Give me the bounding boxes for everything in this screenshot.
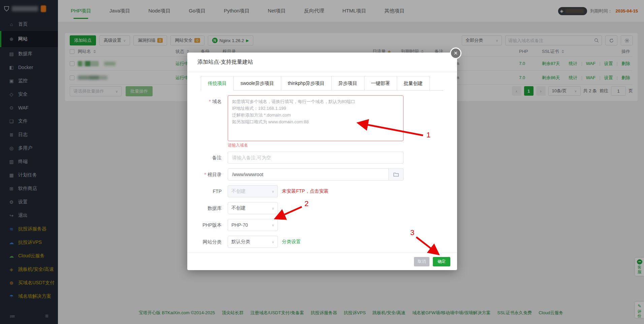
app-root: ⛉ ⌂首页 ⊕网站 ▤数据库 ◧Docker ▣监控 ◇安全 ⊙WAF ❏文件 … <box>0 0 644 324</box>
database-label: 数据库 <box>187 202 222 214</box>
domain-label: 域名 <box>187 95 222 141</box>
domain-error-text: 请输入域名 <box>228 142 457 148</box>
cancel-button[interactable]: 取消 <box>414 257 429 266</box>
tab-batch-create[interactable]: 批量创建 <box>397 76 430 90</box>
site-category-label: 网站分类 <box>187 236 222 248</box>
ftp-select: 不创建 ∨ <box>228 185 278 197</box>
ftp-select-value: 不创建 <box>231 188 246 194</box>
domain-textarea[interactable] <box>228 95 404 141</box>
chevron-down-icon: ∨ <box>272 190 274 193</box>
add-site-modal: ✕ 添加站点-支持批量建站 传统项目 swoole异步项目 thinkphp异步… <box>187 53 457 270</box>
tab-one-click-deploy[interactable]: 一键部署 <box>364 76 397 90</box>
modal-title: 添加站点-支持批量建站 <box>197 59 253 66</box>
chevron-down-icon: ∨ <box>272 223 274 227</box>
php-version-value: PHP-70 <box>231 222 248 228</box>
modal-footer: 取消 确定 <box>187 253 457 270</box>
tab-thinkphp-async[interactable]: thinkphp异步项目 <box>281 76 332 90</box>
category-settings-link[interactable]: 分类设置 <box>282 239 301 245</box>
ftp-label: FTP <box>187 185 222 197</box>
note-label: 备注 <box>187 152 222 164</box>
chevron-down-icon: ∨ <box>272 206 274 210</box>
folder-icon <box>393 172 399 177</box>
php-version-label: PHP版本 <box>187 219 222 231</box>
confirm-button[interactable]: 确定 <box>433 257 450 266</box>
site-category-select[interactable]: 默认分类 ∨ <box>228 236 278 248</box>
rootdir-input[interactable] <box>228 168 389 181</box>
database-select[interactable]: 不创建 ∨ <box>228 202 278 214</box>
close-icon[interactable]: ✕ <box>450 47 461 59</box>
note-input[interactable] <box>228 152 404 164</box>
tab-async-project[interactable]: 异步项目 <box>331 76 364 90</box>
ftp-install-warning[interactable]: 未安装FTP，点击安装 <box>282 188 328 194</box>
add-site-form: 域名 请输入域名 备注 根目录 <box>187 95 457 248</box>
database-select-value: 不创建 <box>231 205 246 211</box>
rootdir-label: 根目录 <box>187 168 222 181</box>
tab-swoole-async[interactable]: swoole异步项目 <box>233 76 281 90</box>
chevron-down-icon: ∨ <box>272 240 274 244</box>
tab-traditional-project[interactable]: 传统项目 <box>201 76 234 90</box>
modal-header: 添加站点-支持批量建站 <box>187 53 457 72</box>
site-category-value: 默认分类 <box>231 239 250 245</box>
php-version-select[interactable]: PHP-70 ∨ <box>228 219 278 231</box>
modal-tabs: 传统项目 swoole异步项目 thinkphp异步项目 异步项目 一键部署 批… <box>201 76 444 91</box>
browse-folder-button[interactable] <box>389 168 404 181</box>
